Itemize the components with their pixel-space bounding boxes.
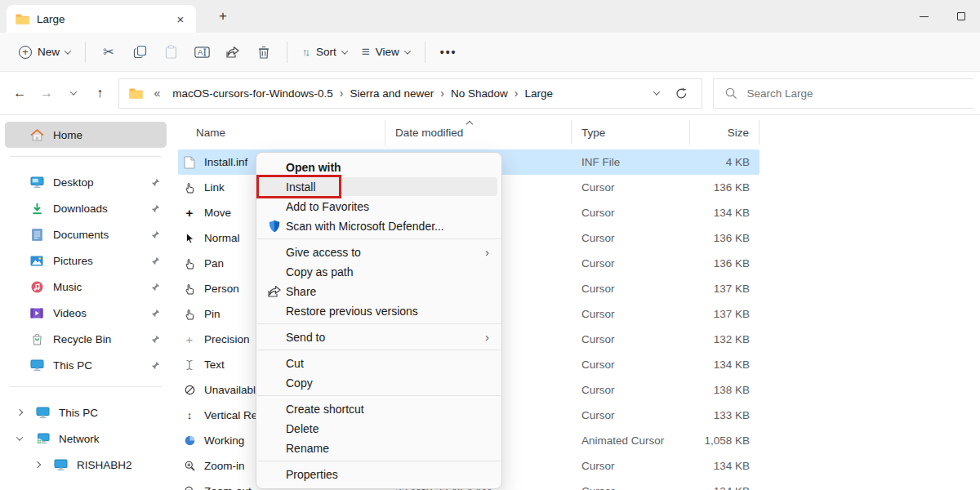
menu-item-give-access-to[interactable]: Give access to› xyxy=(261,243,497,261)
new-button[interactable]: + New xyxy=(11,41,78,64)
sidebar-item-downloads[interactable]: Downloads xyxy=(5,195,167,221)
see-more-button[interactable]: ••• xyxy=(433,41,465,64)
context-menu: Open withInstallAdd to FavoritesScan wit… xyxy=(256,152,502,489)
chevron-down-icon[interactable] xyxy=(653,88,660,95)
delete-button[interactable] xyxy=(248,39,279,65)
file-size-cell: 134 KB xyxy=(690,207,760,219)
pin-icon xyxy=(151,309,160,318)
folder-icon xyxy=(15,13,29,24)
sidebar-item-documents[interactable]: Documents xyxy=(5,221,167,247)
cut-button[interactable]: ✂ xyxy=(93,39,124,65)
sidebar-item-desktop[interactable]: Desktop xyxy=(5,169,167,195)
recent-locations-button[interactable] xyxy=(60,80,87,107)
view-button[interactable]: ≡ View xyxy=(354,39,417,65)
submenu-arrow-icon: › xyxy=(485,245,489,259)
refresh-icon[interactable] xyxy=(674,87,688,100)
chevron-down-icon[interactable] xyxy=(13,436,26,441)
maximize-button[interactable] xyxy=(942,0,980,33)
zoom-out-cursor-icon xyxy=(182,486,197,490)
working-cursor-icon xyxy=(182,435,197,446)
menu-item-label: Delete xyxy=(286,422,318,435)
explorer-tab[interactable]: Large × xyxy=(7,5,196,33)
menu-item-create-shortcut[interactable]: Create shortcut xyxy=(261,399,497,418)
paste-button[interactable] xyxy=(155,39,186,65)
unavailable-cursor-icon xyxy=(182,385,197,395)
context-menu-separator xyxy=(257,461,501,461)
file-name: Normal xyxy=(204,232,240,244)
share-icon xyxy=(267,286,282,297)
command-toolbar: + New ✂ A ↑↓ Sort ≡ View ••• xyxy=(0,33,980,72)
toolbar-divider xyxy=(287,42,287,63)
breadcrumb-separator: › xyxy=(435,87,449,100)
sort-button[interactable]: ↑↓ Sort xyxy=(295,41,354,63)
search-box[interactable]: Search Large xyxy=(713,78,973,109)
column-header-date-modified[interactable]: Date modified xyxy=(385,120,572,145)
menu-item-label: Install xyxy=(286,180,316,194)
menu-item-restore-previous-versions[interactable]: Restore previous versions xyxy=(261,301,497,320)
file-name: Working xyxy=(204,434,244,447)
tab-close-icon[interactable]: × xyxy=(173,12,188,26)
up-button[interactable]: ↑ xyxy=(87,80,114,107)
sidebar-item-videos[interactable]: Videos xyxy=(5,300,167,326)
menu-item-send-to[interactable]: Send to› xyxy=(261,327,497,346)
column-header-name[interactable]: Name xyxy=(178,120,385,145)
menu-item-rename[interactable]: Rename xyxy=(261,439,497,457)
minimize-button[interactable] xyxy=(905,0,942,33)
breadcrumb-item-macos-cursors-for-windows-0-5[interactable]: macOS-cursors-for-Windows-0.5 xyxy=(171,85,335,102)
hand-cursor-icon xyxy=(182,258,197,270)
forward-button[interactable]: → xyxy=(33,80,60,107)
sidebar-item-label: Home xyxy=(53,129,82,141)
file-name: Unavailable xyxy=(204,384,262,396)
menu-item-delete[interactable]: Delete xyxy=(261,419,497,438)
file-type-cell: Cursor xyxy=(572,283,690,295)
column-header-size[interactable]: Size xyxy=(690,120,760,145)
pin-icon xyxy=(151,204,160,213)
breadcrumb-overflow[interactable]: « xyxy=(149,87,166,100)
documents-icon xyxy=(29,229,44,241)
file-size-cell: 132 KB xyxy=(690,333,760,345)
menu-item-label: Send to xyxy=(286,331,325,344)
chevron-right-icon[interactable] xyxy=(13,410,26,415)
rename-button[interactable]: A xyxy=(186,39,217,65)
breadcrumb-item-no-shadow[interactable]: No Shadow xyxy=(449,85,510,102)
menu-item-add-to-favorites[interactable]: Add to Favorites xyxy=(261,197,497,216)
downloads-icon xyxy=(29,203,44,215)
sidebar-item-music[interactable]: Music xyxy=(5,274,167,300)
sidebar-item-this-pc[interactable]: This PC xyxy=(5,352,167,378)
sidebar-item-rishabh2[interactable]: RISHABH2 xyxy=(5,452,167,478)
share-button[interactable] xyxy=(217,39,248,65)
file-type-cell: Cursor xyxy=(572,460,690,472)
address-bar[interactable]: « macOS-cursors-for-Windows-0.5›Sierra a… xyxy=(118,78,703,109)
sidebar-item-recycle-bin[interactable]: Recycle Bin xyxy=(5,326,167,352)
sidebar-item-network[interactable]: Network xyxy=(5,425,167,452)
column-header-type[interactable]: Type xyxy=(572,120,690,145)
chevron-right-icon[interactable] xyxy=(31,462,44,467)
file-size-cell: 134 KB xyxy=(690,460,760,472)
menu-item-copy-as-path[interactable]: Copy as path xyxy=(261,262,497,281)
breadcrumb-item-large[interactable]: Large xyxy=(523,85,555,102)
menu-item-share[interactable]: Share xyxy=(261,282,497,301)
back-button[interactable]: ← xyxy=(7,80,33,107)
copy-button[interactable] xyxy=(124,39,155,65)
menu-item-properties[interactable]: Properties xyxy=(261,465,497,483)
sidebar-item-pictures[interactable]: Pictures xyxy=(5,247,167,274)
sidebar-item-this-pc[interactable]: This PC xyxy=(5,399,167,425)
column-header-label: Date modified xyxy=(395,127,463,139)
sidebar-item-home[interactable]: Home xyxy=(5,122,167,148)
more-icon: ••• xyxy=(440,46,457,59)
menu-item-open-with[interactable]: Open with xyxy=(261,158,497,176)
menu-item-label: Rename xyxy=(286,442,329,455)
menu-item-cut[interactable]: Cut xyxy=(261,354,497,372)
menu-item-scan-with-microsoft-defender[interactable]: Scan with Microsoft Defender... xyxy=(261,216,497,235)
breadcrumb-item-sierra-and-newer[interactable]: Sierra and newer xyxy=(349,85,436,102)
file-size-cell: 136 KB xyxy=(690,232,760,244)
window-controls xyxy=(905,0,980,33)
view-icon: ≡ xyxy=(362,44,370,60)
menu-item-label: Restore previous versions xyxy=(286,305,418,318)
new-tab-button[interactable]: + xyxy=(212,8,234,24)
file-type-cell: Cursor xyxy=(572,257,690,270)
menu-item-install[interactable]: Install xyxy=(261,177,497,196)
menu-item-copy[interactable]: Copy xyxy=(261,373,497,392)
recycle-bin-icon xyxy=(29,333,44,345)
address-bar-actions xyxy=(654,87,692,100)
